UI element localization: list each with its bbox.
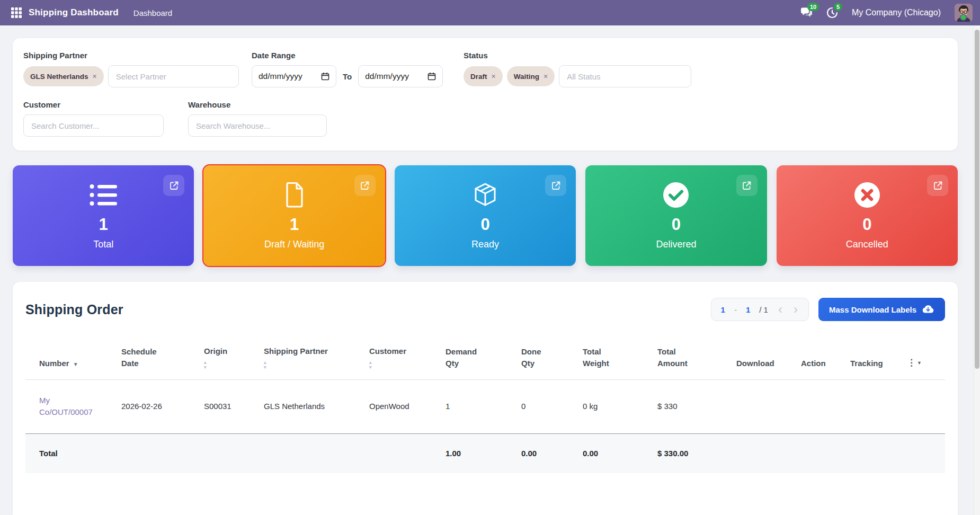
vertical-scrollbar[interactable]	[974, 25, 980, 515]
shipping-partner-label: Shipping Partner	[23, 51, 239, 60]
cloud-download-icon	[922, 305, 934, 314]
col-origin[interactable]: Origin ▴▾	[204, 345, 264, 379]
stat-count: 1	[290, 216, 299, 233]
cell-total-amount: $ 330	[657, 379, 736, 433]
date-range-label: Date Range	[252, 51, 451, 60]
col-shipping-partner[interactable]: Shipping Partner ▴▾	[264, 345, 369, 379]
col-demand-qty: Demand Qty	[446, 345, 521, 379]
company-switcher[interactable]: My Company (Chicago)	[852, 8, 941, 17]
filter-shipping-partner: Shipping Partner GLS Netherlands ×	[23, 51, 239, 87]
scrollbar-thumb[interactable]	[975, 30, 979, 369]
warehouse-search-input[interactable]	[188, 114, 327, 137]
external-link-icon[interactable]	[354, 175, 376, 196]
filter-warehouse: Warehouse	[188, 100, 327, 137]
cell-origin: S00031	[204, 379, 264, 433]
sort-icons: ▴▾	[204, 360, 210, 370]
filter-customer: Customer	[23, 100, 175, 137]
table-header-row: Number▼ Schedule Date Origin ▴▾ Shipping…	[25, 345, 945, 379]
stat-count: 0	[862, 216, 871, 233]
mass-download-label: Mass Download Labels	[829, 305, 916, 314]
stat-card-delivered[interactable]: 0 Delivered	[585, 165, 767, 266]
external-link-icon[interactable]	[545, 175, 566, 196]
status-input[interactable]	[559, 65, 691, 87]
cell-tracking	[850, 379, 907, 433]
date-from-input[interactable]: dd/mm/yyyy	[252, 65, 336, 87]
tag-remove-icon[interactable]: ×	[93, 72, 97, 81]
list-icon	[90, 181, 117, 209]
cube-icon	[473, 181, 498, 209]
customer-search-input[interactable]	[23, 114, 164, 137]
col-done-qty: Done Qty	[521, 345, 583, 379]
col-customer[interactable]: Customer ▴▾	[369, 345, 446, 379]
chevron-left-icon[interactable]: ‹	[777, 303, 783, 316]
navbar: Shipping Dashboard Dashboard 10 5 My Com…	[0, 0, 980, 25]
cell-customer: OpenWood	[369, 379, 446, 433]
calendar-icon	[321, 72, 329, 81]
stat-label: Delivered	[656, 239, 696, 250]
page-end[interactable]: 1	[746, 305, 750, 314]
x-circle-icon	[854, 181, 880, 209]
cell-total-weight: 0 kg	[583, 379, 657, 433]
messages-badge: 10	[807, 3, 819, 11]
table-row: My Co/OUT/00007 2026-02-26 S00031 GLS Ne…	[25, 379, 945, 433]
table-footer-row: Total 1.00 0.00 0.00 $ 330.00	[25, 433, 945, 473]
mass-download-button[interactable]: Mass Download Labels	[818, 298, 945, 321]
order-number-link[interactable]: My Co/OUT/00007	[39, 395, 92, 419]
page-start[interactable]: 1	[721, 305, 725, 314]
activities-badge: 5	[834, 3, 842, 11]
col-number[interactable]: Number▼	[25, 345, 121, 379]
date-from-value: dd/mm/yyyy	[259, 72, 302, 81]
filter-date-range: Date Range dd/mm/yyyy To dd/mm/yyy	[252, 51, 451, 87]
col-options[interactable]: ⋮▼	[907, 345, 945, 379]
stat-card-cancelled[interactable]: 0 Cancelled	[777, 165, 958, 266]
stat-label: Draft / Waiting	[264, 239, 324, 250]
messages-button[interactable]: 10	[800, 7, 813, 19]
footer-demand-qty: 1.00	[446, 433, 521, 473]
date-to-input[interactable]: dd/mm/yyyy	[358, 65, 443, 87]
col-tracking: Tracking	[850, 345, 907, 379]
external-link-icon[interactable]	[927, 175, 948, 196]
shipping-order-panel: Shipping Order 1 - 1 / 1 ‹ › Mass Downlo…	[13, 282, 958, 515]
external-link-icon[interactable]	[163, 175, 184, 196]
col-download: Download	[736, 345, 801, 379]
stat-card-total[interactable]: 1 Total	[13, 165, 194, 266]
col-action: Action	[801, 345, 850, 379]
footer-total-label: Total	[25, 433, 121, 473]
section-title: Shipping Order	[25, 302, 123, 317]
chevron-right-icon[interactable]: ›	[792, 303, 799, 316]
stat-card-draft-waiting[interactable]: 1 Draft / Waiting	[203, 165, 385, 266]
column-options-icon[interactable]: ⋮▼	[907, 358, 922, 368]
col-schedule-date: Schedule Date	[121, 345, 204, 379]
external-link-icon[interactable]	[736, 175, 758, 196]
cell-shipping-partner: GLS Netherlands	[264, 379, 369, 433]
shipping-partner-input[interactable]	[108, 65, 239, 87]
nav-dashboard[interactable]: Dashboard	[133, 8, 172, 17]
shipping-partner-tag: GLS Netherlands ×	[23, 66, 104, 86]
stat-card-ready[interactable]: 0 Ready	[395, 165, 576, 266]
app-title[interactable]: Shipping Dashboard	[29, 7, 119, 18]
col-total-amount: Total Amount	[657, 345, 736, 379]
col-total-weight: Total Weight	[583, 345, 657, 379]
activities-button[interactable]: 5	[826, 7, 838, 19]
filters-panel: Shipping Partner GLS Netherlands × Date …	[13, 38, 958, 150]
stat-count: 1	[99, 216, 108, 233]
sort-desc-icon: ▼	[73, 361, 78, 367]
check-circle-icon	[663, 181, 689, 209]
tag-remove-icon[interactable]: ×	[544, 72, 548, 81]
tag-remove-icon[interactable]: ×	[492, 72, 496, 81]
warehouse-label: Warehouse	[188, 100, 327, 109]
cell-demand-qty: 1	[446, 379, 521, 433]
cell-options	[907, 379, 945, 433]
footer-done-qty: 0.00	[521, 433, 583, 473]
filter-status: Status Draft × Waiting ×	[464, 51, 691, 87]
apps-grid-icon[interactable]	[10, 6, 23, 20]
stat-label: Total	[93, 239, 113, 250]
cell-done-qty: 0	[521, 379, 583, 433]
document-icon	[284, 181, 305, 209]
stat-label: Ready	[471, 239, 499, 250]
cell-download	[736, 379, 801, 433]
date-to-label: To	[343, 72, 352, 81]
date-to-value: dd/mm/yyyy	[365, 72, 409, 81]
orders-table: Number▼ Schedule Date Origin ▴▾ Shipping…	[25, 345, 945, 473]
cell-schedule-date: 2026-02-26	[121, 379, 204, 433]
